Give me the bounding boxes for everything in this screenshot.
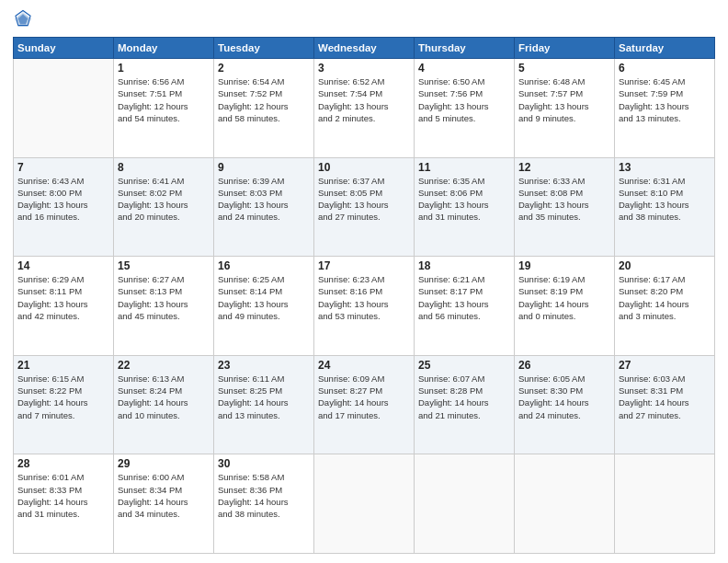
calendar: SundayMondayTuesdayWednesdayThursdayFrid… bbox=[13, 37, 715, 554]
day-info: Sunrise: 6:05 AM Sunset: 8:30 PM Dayligh… bbox=[518, 373, 610, 421]
day-info: Sunrise: 6:03 AM Sunset: 8:31 PM Dayligh… bbox=[619, 373, 711, 421]
header-thursday: Thursday bbox=[415, 38, 515, 59]
day-info: Sunrise: 6:13 AM Sunset: 8:24 PM Dayligh… bbox=[118, 373, 210, 421]
day-info: Sunrise: 6:35 AM Sunset: 8:06 PM Dayligh… bbox=[418, 175, 510, 224]
day-info: Sunrise: 6:07 AM Sunset: 8:28 PM Dayligh… bbox=[418, 373, 510, 421]
calendar-cell: 2Sunrise: 6:54 AM Sunset: 7:52 PM Daylig… bbox=[214, 59, 314, 158]
day-number: 4 bbox=[418, 62, 510, 75]
calendar-cell: 6Sunrise: 6:45 AM Sunset: 7:59 PM Daylig… bbox=[615, 59, 715, 158]
calendar-cell: 21Sunrise: 6:15 AM Sunset: 8:22 PM Dayli… bbox=[14, 355, 114, 454]
week-row-3: 14Sunrise: 6:29 AM Sunset: 8:11 PM Dayli… bbox=[14, 257, 715, 356]
calendar-cell bbox=[515, 454, 615, 554]
day-info: Sunrise: 6:56 AM Sunset: 7:51 PM Dayligh… bbox=[118, 75, 210, 124]
day-info: Sunrise: 6:43 AM Sunset: 8:00 PM Dayligh… bbox=[17, 175, 109, 224]
calendar-cell bbox=[14, 59, 114, 158]
day-number: 29 bbox=[118, 457, 210, 470]
day-number: 16 bbox=[218, 259, 310, 272]
day-info: Sunrise: 6:09 AM Sunset: 8:27 PM Dayligh… bbox=[318, 373, 410, 421]
logo bbox=[13, 9, 37, 29]
day-info: Sunrise: 6:31 AM Sunset: 8:10 PM Dayligh… bbox=[619, 175, 711, 224]
header-sunday: Sunday bbox=[14, 38, 114, 59]
calendar-body: 1Sunrise: 6:56 AM Sunset: 7:51 PM Daylig… bbox=[14, 59, 715, 554]
calendar-cell: 23Sunrise: 6:11 AM Sunset: 8:25 PM Dayli… bbox=[214, 355, 314, 454]
calendar-cell: 25Sunrise: 6:07 AM Sunset: 8:28 PM Dayli… bbox=[415, 355, 515, 454]
header-saturday: Saturday bbox=[615, 38, 715, 59]
header-wednesday: Wednesday bbox=[314, 38, 415, 59]
calendar-cell: 26Sunrise: 6:05 AM Sunset: 8:30 PM Dayli… bbox=[515, 355, 615, 454]
calendar-cell: 8Sunrise: 6:41 AM Sunset: 8:02 PM Daylig… bbox=[114, 157, 214, 257]
logo-icon bbox=[13, 9, 33, 29]
day-info: Sunrise: 6:29 AM Sunset: 8:11 PM Dayligh… bbox=[17, 273, 109, 322]
week-row-1: 1Sunrise: 6:56 AM Sunset: 7:51 PM Daylig… bbox=[14, 59, 715, 158]
calendar-cell: 19Sunrise: 6:19 AM Sunset: 8:19 PM Dayli… bbox=[515, 257, 615, 356]
calendar-cell bbox=[615, 454, 715, 554]
day-info: Sunrise: 6:25 AM Sunset: 8:14 PM Dayligh… bbox=[218, 273, 310, 322]
day-info: Sunrise: 6:01 AM Sunset: 8:33 PM Dayligh… bbox=[17, 471, 109, 520]
calendar-cell: 1Sunrise: 6:56 AM Sunset: 7:51 PM Daylig… bbox=[114, 59, 214, 158]
day-number: 5 bbox=[518, 62, 610, 75]
header-tuesday: Tuesday bbox=[214, 38, 314, 59]
calendar-cell: 3Sunrise: 6:52 AM Sunset: 7:54 PM Daylig… bbox=[314, 59, 415, 158]
day-info: Sunrise: 6:52 AM Sunset: 7:54 PM Dayligh… bbox=[318, 75, 410, 124]
day-info: Sunrise: 6:19 AM Sunset: 8:19 PM Dayligh… bbox=[518, 273, 610, 322]
day-info: Sunrise: 6:15 AM Sunset: 8:22 PM Dayligh… bbox=[17, 373, 109, 421]
calendar-cell: 10Sunrise: 6:37 AM Sunset: 8:05 PM Dayli… bbox=[314, 157, 415, 257]
calendar-cell: 18Sunrise: 6:21 AM Sunset: 8:17 PM Dayli… bbox=[415, 257, 515, 356]
day-info: Sunrise: 6:21 AM Sunset: 8:17 PM Dayligh… bbox=[418, 273, 510, 322]
week-row-5: 28Sunrise: 6:01 AM Sunset: 8:33 PM Dayli… bbox=[14, 454, 715, 554]
day-number: 22 bbox=[118, 359, 210, 372]
calendar-cell: 24Sunrise: 6:09 AM Sunset: 8:27 PM Dayli… bbox=[314, 355, 415, 454]
calendar-cell: 9Sunrise: 6:39 AM Sunset: 8:03 PM Daylig… bbox=[214, 157, 314, 257]
day-number: 14 bbox=[17, 259, 109, 272]
day-number: 27 bbox=[619, 359, 711, 372]
day-number: 11 bbox=[418, 161, 510, 174]
calendar-cell: 20Sunrise: 6:17 AM Sunset: 8:20 PM Dayli… bbox=[615, 257, 715, 356]
day-info: Sunrise: 6:37 AM Sunset: 8:05 PM Dayligh… bbox=[318, 175, 410, 224]
calendar-cell: 30Sunrise: 5:58 AM Sunset: 8:36 PM Dayli… bbox=[214, 454, 314, 554]
calendar-cell: 27Sunrise: 6:03 AM Sunset: 8:31 PM Dayli… bbox=[615, 355, 715, 454]
day-number: 17 bbox=[318, 259, 410, 272]
day-info: Sunrise: 6:23 AM Sunset: 8:16 PM Dayligh… bbox=[318, 273, 410, 322]
calendar-cell: 15Sunrise: 6:27 AM Sunset: 8:13 PM Dayli… bbox=[114, 257, 214, 356]
day-info: Sunrise: 6:41 AM Sunset: 8:02 PM Dayligh… bbox=[118, 175, 210, 224]
day-number: 20 bbox=[619, 259, 711, 272]
day-number: 21 bbox=[17, 359, 109, 372]
calendar-cell: 28Sunrise: 6:01 AM Sunset: 8:33 PM Dayli… bbox=[14, 454, 114, 554]
day-number: 3 bbox=[318, 62, 410, 75]
day-number: 28 bbox=[17, 457, 109, 470]
day-info: Sunrise: 6:27 AM Sunset: 8:13 PM Dayligh… bbox=[118, 273, 210, 322]
day-number: 25 bbox=[418, 359, 510, 372]
day-info: Sunrise: 6:11 AM Sunset: 8:25 PM Dayligh… bbox=[218, 373, 310, 421]
day-number: 12 bbox=[518, 161, 610, 174]
day-number: 30 bbox=[218, 457, 310, 470]
day-number: 18 bbox=[418, 259, 510, 272]
day-number: 7 bbox=[17, 161, 109, 174]
calendar-cell: 7Sunrise: 6:43 AM Sunset: 8:00 PM Daylig… bbox=[14, 157, 114, 257]
day-info: Sunrise: 6:33 AM Sunset: 8:08 PM Dayligh… bbox=[518, 175, 610, 224]
day-info: Sunrise: 6:39 AM Sunset: 8:03 PM Dayligh… bbox=[218, 175, 310, 224]
day-number: 24 bbox=[318, 359, 410, 372]
day-number: 10 bbox=[318, 161, 410, 174]
calendar-cell bbox=[415, 454, 515, 554]
day-number: 15 bbox=[118, 259, 210, 272]
day-number: 19 bbox=[518, 259, 610, 272]
calendar-cell: 14Sunrise: 6:29 AM Sunset: 8:11 PM Dayli… bbox=[14, 257, 114, 356]
day-info: Sunrise: 6:45 AM Sunset: 7:59 PM Dayligh… bbox=[619, 75, 711, 124]
calendar-cell: 17Sunrise: 6:23 AM Sunset: 8:16 PM Dayli… bbox=[314, 257, 415, 356]
week-row-2: 7Sunrise: 6:43 AM Sunset: 8:00 PM Daylig… bbox=[14, 157, 715, 257]
day-info: Sunrise: 6:48 AM Sunset: 7:57 PM Dayligh… bbox=[518, 75, 610, 124]
calendar-cell: 11Sunrise: 6:35 AM Sunset: 8:06 PM Dayli… bbox=[415, 157, 515, 257]
day-number: 6 bbox=[619, 62, 711, 75]
day-info: Sunrise: 6:54 AM Sunset: 7:52 PM Dayligh… bbox=[218, 75, 310, 124]
header-monday: Monday bbox=[114, 38, 214, 59]
day-number: 23 bbox=[218, 359, 310, 372]
day-number: 26 bbox=[518, 359, 610, 372]
header-friday: Friday bbox=[515, 38, 615, 59]
calendar-header: SundayMondayTuesdayWednesdayThursdayFrid… bbox=[14, 38, 715, 59]
day-number: 9 bbox=[218, 161, 310, 174]
day-number: 1 bbox=[118, 62, 210, 75]
day-info: Sunrise: 5:58 AM Sunset: 8:36 PM Dayligh… bbox=[218, 471, 310, 520]
day-info: Sunrise: 6:17 AM Sunset: 8:20 PM Dayligh… bbox=[619, 273, 711, 322]
calendar-cell: 12Sunrise: 6:33 AM Sunset: 8:08 PM Dayli… bbox=[515, 157, 615, 257]
day-info: Sunrise: 6:50 AM Sunset: 7:56 PM Dayligh… bbox=[418, 75, 510, 124]
